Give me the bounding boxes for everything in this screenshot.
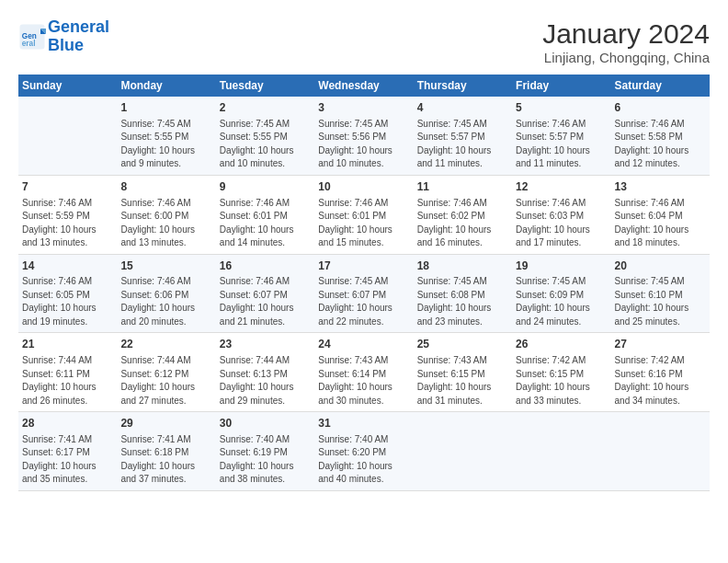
calendar-cell: 15Sunrise: 7:46 AM Sunset: 6:06 PM Dayli… <box>117 254 215 333</box>
day-info: Sunrise: 7:46 AM Sunset: 6:05 PM Dayligh… <box>22 275 113 328</box>
day-number: 29 <box>120 416 211 431</box>
col-header-monday: Monday <box>117 75 215 97</box>
day-info: Sunrise: 7:44 AM Sunset: 6:11 PM Dayligh… <box>22 354 113 408</box>
col-header-wednesday: Wednesday <box>314 75 413 97</box>
header-row: SundayMondayTuesdayWednesdayThursdayFrid… <box>18 75 710 97</box>
week-row-2: 14Sunrise: 7:46 AM Sunset: 6:05 PM Dayli… <box>18 254 710 333</box>
calendar-cell: 25Sunrise: 7:43 AM Sunset: 6:15 PM Dayli… <box>414 333 512 412</box>
calendar-cell: 19Sunrise: 7:45 AM Sunset: 6:09 PM Dayli… <box>512 254 610 333</box>
logo-line2: Blue <box>48 36 84 54</box>
day-number: 28 <box>22 416 113 431</box>
day-info: Sunrise: 7:45 AM Sunset: 5:55 PM Dayligh… <box>220 118 311 171</box>
calendar-cell <box>18 97 117 175</box>
day-number: 13 <box>615 179 706 195</box>
calendar-cell: 14Sunrise: 7:46 AM Sunset: 6:05 PM Dayli… <box>18 254 117 333</box>
calendar-cell: 27Sunrise: 7:42 AM Sunset: 6:16 PM Dayli… <box>611 333 710 412</box>
calendar-cell: 23Sunrise: 7:44 AM Sunset: 6:13 PM Dayli… <box>216 333 314 412</box>
day-number: 21 <box>22 337 113 352</box>
calendar-cell: 13Sunrise: 7:46 AM Sunset: 6:04 PM Dayli… <box>611 175 710 254</box>
day-number: 3 <box>318 100 409 116</box>
calendar-cell: 7Sunrise: 7:46 AM Sunset: 5:59 PM Daylig… <box>18 175 117 254</box>
day-info: Sunrise: 7:41 AM Sunset: 6:18 PM Dayligh… <box>120 433 211 487</box>
col-header-saturday: Saturday <box>611 75 710 97</box>
day-info: Sunrise: 7:40 AM Sunset: 6:20 PM Dayligh… <box>318 433 409 487</box>
main-title: January 2024 <box>542 18 710 50</box>
day-number: 19 <box>516 259 607 274</box>
calendar-cell: 18Sunrise: 7:45 AM Sunset: 6:08 PM Dayli… <box>414 254 512 333</box>
day-info: Sunrise: 7:44 AM Sunset: 6:12 PM Dayligh… <box>120 354 211 408</box>
day-info: Sunrise: 7:46 AM Sunset: 5:57 PM Dayligh… <box>516 118 607 171</box>
day-info: Sunrise: 7:45 AM Sunset: 6:09 PM Dayligh… <box>516 275 607 328</box>
day-number: 22 <box>120 337 211 352</box>
day-info: Sunrise: 7:46 AM Sunset: 5:59 PM Dayligh… <box>22 197 113 250</box>
calendar-cell: 9Sunrise: 7:46 AM Sunset: 6:01 PM Daylig… <box>216 175 314 254</box>
calendar-cell: 31Sunrise: 7:40 AM Sunset: 6:20 PM Dayli… <box>314 412 413 491</box>
day-number: 5 <box>516 100 607 116</box>
calendar-cell: 29Sunrise: 7:41 AM Sunset: 6:18 PM Dayli… <box>117 412 215 491</box>
calendar-cell: 11Sunrise: 7:46 AM Sunset: 6:02 PM Dayli… <box>414 175 512 254</box>
calendar-cell: 12Sunrise: 7:46 AM Sunset: 6:03 PM Dayli… <box>512 175 610 254</box>
logo-line1: General <box>48 17 109 36</box>
day-number: 26 <box>516 337 607 352</box>
day-info: Sunrise: 7:46 AM Sunset: 6:06 PM Dayligh… <box>120 275 211 328</box>
day-info: Sunrise: 7:45 AM Sunset: 5:55 PM Dayligh… <box>120 118 211 171</box>
day-info: Sunrise: 7:45 AM Sunset: 6:10 PM Dayligh… <box>615 275 706 328</box>
logo-text: General Blue <box>48 18 109 55</box>
calendar-cell: 3Sunrise: 7:45 AM Sunset: 5:56 PM Daylig… <box>314 97 413 175</box>
calendar-cell: 4Sunrise: 7:45 AM Sunset: 5:57 PM Daylig… <box>414 97 512 175</box>
week-row-4: 28Sunrise: 7:41 AM Sunset: 6:17 PM Dayli… <box>18 412 710 491</box>
day-number: 10 <box>318 179 409 195</box>
day-number: 15 <box>120 259 211 274</box>
day-number: 2 <box>220 100 311 116</box>
calendar-cell <box>611 412 710 491</box>
calendar-cell: 6Sunrise: 7:46 AM Sunset: 5:58 PM Daylig… <box>611 97 710 175</box>
day-info: Sunrise: 7:43 AM Sunset: 6:15 PM Dayligh… <box>417 354 508 408</box>
day-info: Sunrise: 7:46 AM Sunset: 5:58 PM Dayligh… <box>615 118 706 171</box>
day-info: Sunrise: 7:44 AM Sunset: 6:13 PM Dayligh… <box>220 354 311 408</box>
title-block: January 2024 Linjiang, Chongqing, China <box>542 18 710 65</box>
day-number: 17 <box>318 259 409 274</box>
calendar-cell: 26Sunrise: 7:42 AM Sunset: 6:15 PM Dayli… <box>512 333 610 412</box>
day-info: Sunrise: 7:46 AM Sunset: 6:02 PM Dayligh… <box>417 197 508 250</box>
day-info: Sunrise: 7:46 AM Sunset: 6:01 PM Dayligh… <box>318 197 409 250</box>
calendar-cell: 16Sunrise: 7:46 AM Sunset: 6:07 PM Dayli… <box>216 254 314 333</box>
day-info: Sunrise: 7:46 AM Sunset: 6:07 PM Dayligh… <box>220 275 311 328</box>
day-info: Sunrise: 7:46 AM Sunset: 6:03 PM Dayligh… <box>516 197 607 250</box>
day-number: 20 <box>615 259 706 274</box>
day-info: Sunrise: 7:41 AM Sunset: 6:17 PM Dayligh… <box>22 433 113 487</box>
calendar-cell <box>414 412 512 491</box>
calendar-cell: 28Sunrise: 7:41 AM Sunset: 6:17 PM Dayli… <box>18 412 117 491</box>
calendar-cell: 22Sunrise: 7:44 AM Sunset: 6:12 PM Dayli… <box>117 333 215 412</box>
day-info: Sunrise: 7:45 AM Sunset: 6:08 PM Dayligh… <box>417 275 508 328</box>
calendar-cell: 5Sunrise: 7:46 AM Sunset: 5:57 PM Daylig… <box>512 97 610 175</box>
day-info: Sunrise: 7:45 AM Sunset: 6:07 PM Dayligh… <box>318 275 409 328</box>
calendar-cell <box>512 412 610 491</box>
calendar-cell: 20Sunrise: 7:45 AM Sunset: 6:10 PM Dayli… <box>611 254 710 333</box>
day-info: Sunrise: 7:46 AM Sunset: 6:01 PM Dayligh… <box>220 197 311 250</box>
day-info: Sunrise: 7:42 AM Sunset: 6:16 PM Dayligh… <box>615 354 706 408</box>
day-number: 23 <box>220 337 311 352</box>
week-row-3: 21Sunrise: 7:44 AM Sunset: 6:11 PM Dayli… <box>18 333 710 412</box>
day-number: 1 <box>120 100 211 116</box>
day-number: 9 <box>220 179 311 195</box>
calendar-cell: 21Sunrise: 7:44 AM Sunset: 6:11 PM Dayli… <box>18 333 117 412</box>
day-number: 24 <box>318 337 409 352</box>
calendar-cell: 1Sunrise: 7:45 AM Sunset: 5:55 PM Daylig… <box>117 97 215 175</box>
col-header-friday: Friday <box>512 75 610 97</box>
page: Gen eral General Blue January 2024 Linji… <box>0 0 728 563</box>
logo: Gen eral General Blue <box>18 18 109 55</box>
header: Gen eral General Blue January 2024 Linji… <box>18 18 710 65</box>
day-info: Sunrise: 7:45 AM Sunset: 5:56 PM Dayligh… <box>318 118 409 171</box>
day-info: Sunrise: 7:46 AM Sunset: 6:04 PM Dayligh… <box>615 197 706 250</box>
day-number: 12 <box>516 179 607 195</box>
day-number: 18 <box>417 259 508 274</box>
calendar-cell: 24Sunrise: 7:43 AM Sunset: 6:14 PM Dayli… <box>314 333 413 412</box>
calendar-cell: 8Sunrise: 7:46 AM Sunset: 6:00 PM Daylig… <box>117 175 215 254</box>
day-number: 30 <box>220 416 311 431</box>
day-number: 31 <box>318 416 409 431</box>
calendar-cell: 10Sunrise: 7:46 AM Sunset: 6:01 PM Dayli… <box>314 175 413 254</box>
week-row-0: 1Sunrise: 7:45 AM Sunset: 5:55 PM Daylig… <box>18 97 710 175</box>
calendar-cell: 30Sunrise: 7:40 AM Sunset: 6:19 PM Dayli… <box>216 412 314 491</box>
day-number: 16 <box>220 259 311 274</box>
day-number: 4 <box>417 100 508 116</box>
